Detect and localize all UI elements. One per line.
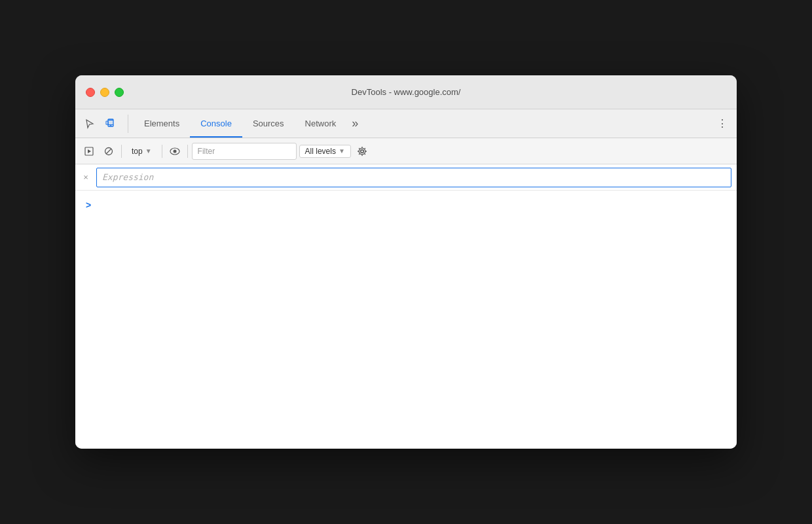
expression-input[interactable] [96,168,731,187]
toolbar-divider-2 [162,145,162,158]
gear-icon [357,146,367,157]
more-menu-button[interactable]: ⋮ [713,115,731,133]
console-prompt: > [81,196,731,214]
context-selector[interactable]: top ▼ [126,145,158,158]
execute-button[interactable] [81,143,98,160]
tab-sources[interactable]: Sources [242,109,295,138]
device-icon [105,119,116,129]
eye-button[interactable] [166,143,183,160]
cursor-icon [84,119,95,129]
console-log-area[interactable]: > [75,191,737,449]
clear-button[interactable] [100,143,117,160]
window-title: DevTools - www.google.com/ [352,87,461,97]
console-content: × > [75,164,737,449]
devtools-window: DevTools - www.google.com/ [75,75,737,449]
svg-point-13 [359,148,365,155]
svg-point-14 [361,149,363,152]
title-bar: DevTools - www.google.com/ [75,75,737,109]
log-levels-selector[interactable]: All levels ▼ [299,145,351,158]
svg-rect-4 [110,125,112,126]
svg-rect-5 [106,121,108,124]
close-expression-button[interactable]: × [81,172,91,182]
settings-button[interactable] [354,143,371,160]
tab-icons [81,115,128,133]
svg-rect-1 [109,120,113,124]
expression-row: × [75,164,737,191]
play-icon [84,147,94,156]
svg-point-11 [173,149,176,153]
tab-bar: Elements Console Sources Network » ⋮ [75,109,737,138]
block-icon [104,147,113,156]
console-toolbar: top ▼ All levels ▼ [75,138,737,164]
tab-network[interactable]: Network [295,109,347,138]
traffic-lights [86,88,124,97]
close-button[interactable] [86,88,95,97]
tab-console[interactable]: Console [190,109,242,138]
maximize-button[interactable] [115,88,124,97]
cursor-icon-button[interactable] [81,115,99,133]
svg-line-9 [106,149,111,154]
eye-icon [170,147,180,155]
minimize-button[interactable] [100,88,109,97]
filter-input[interactable] [192,143,297,160]
more-tabs-button[interactable]: » [346,109,363,138]
prompt-arrow: > [86,200,91,210]
tabs: Elements Console Sources Network » [134,109,713,138]
toolbar-divider [121,145,122,158]
svg-marker-7 [88,149,91,153]
tab-elements[interactable]: Elements [134,109,190,138]
toolbar-divider-3 [187,145,188,158]
tab-end: ⋮ [713,115,731,133]
device-icon-button[interactable] [101,115,120,133]
